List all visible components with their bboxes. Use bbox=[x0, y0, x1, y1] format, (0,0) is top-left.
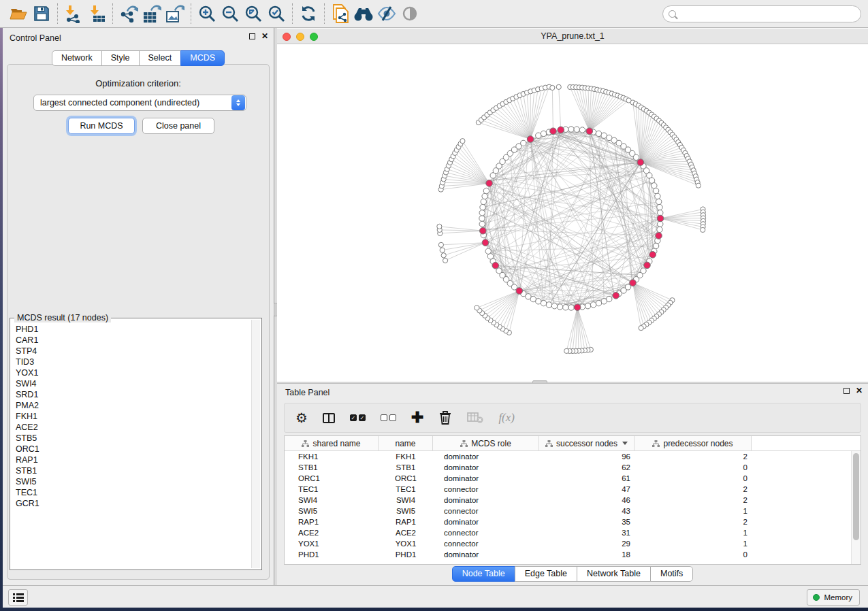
zoom-fit-icon[interactable] bbox=[242, 3, 265, 24]
mcds-result-item[interactable]: TID3 bbox=[16, 357, 261, 367]
zoom-out-icon[interactable] bbox=[219, 3, 242, 24]
network-leaf-node[interactable] bbox=[441, 253, 446, 258]
memory-button[interactable]: Memory bbox=[807, 589, 860, 606]
network-node[interactable] bbox=[546, 302, 551, 308]
tab-network[interactable]: Network bbox=[52, 50, 102, 66]
tab-mcds[interactable]: MCDS bbox=[180, 50, 225, 66]
table-row[interactable]: YOX1YOX1connector291 bbox=[285, 538, 851, 549]
network-node[interactable] bbox=[483, 188, 489, 193]
network-node[interactable] bbox=[480, 204, 485, 210]
network-node[interactable] bbox=[557, 304, 562, 310]
column-header-name[interactable]: name bbox=[379, 436, 433, 450]
table-row[interactable]: SWI4SWI4dominator462 bbox=[285, 495, 851, 506]
network-hub-node[interactable] bbox=[656, 233, 662, 240]
float-panel-icon[interactable] bbox=[249, 33, 255, 39]
network-node[interactable] bbox=[521, 140, 526, 146]
network-leaf-node[interactable] bbox=[475, 306, 479, 310]
hide-selected-icon[interactable] bbox=[375, 3, 398, 24]
network-node[interactable] bbox=[596, 300, 601, 306]
network-leaf-node[interactable] bbox=[639, 325, 643, 330]
tab-network-table[interactable]: Network Table bbox=[577, 566, 651, 582]
tab-select[interactable]: Select bbox=[139, 50, 182, 66]
mcds-result-item[interactable]: CAR1 bbox=[16, 335, 261, 346]
run-mcds-button[interactable]: Run MCDS bbox=[68, 118, 135, 134]
network-leaf-node[interactable] bbox=[564, 348, 569, 353]
table-row[interactable]: STB1STB1dominator620 bbox=[285, 462, 851, 473]
network-hub-node[interactable] bbox=[486, 180, 493, 187]
tab-edge-table[interactable]: Edge Table bbox=[515, 566, 577, 582]
mcds-result-item[interactable]: SRD1 bbox=[16, 389, 261, 400]
close-panel-icon[interactable]: ✕ bbox=[856, 388, 863, 394]
mcds-result-item[interactable]: RAP1 bbox=[16, 455, 261, 465]
network-node[interactable] bbox=[633, 154, 639, 160]
network-canvas[interactable] bbox=[277, 44, 868, 382]
add-column-icon[interactable]: ✚ bbox=[411, 408, 423, 427]
mcds-result-item[interactable]: STB5 bbox=[16, 433, 261, 444]
zoom-selected-icon[interactable] bbox=[265, 3, 288, 24]
table-scrollbar[interactable] bbox=[851, 451, 861, 564]
network-leaf-node[interactable] bbox=[438, 242, 443, 247]
export-network-icon[interactable] bbox=[117, 3, 140, 24]
table-settings-icon[interactable]: ⚙ bbox=[295, 408, 308, 427]
mcds-result-item[interactable]: SWI5 bbox=[16, 476, 261, 487]
network-hub-node[interactable] bbox=[527, 136, 534, 143]
find-icon[interactable] bbox=[352, 3, 375, 24]
mcds-list-scrollbar[interactable] bbox=[251, 320, 260, 568]
network-hub-node[interactable] bbox=[492, 262, 499, 269]
network-hub-node[interactable] bbox=[558, 127, 564, 133]
network-node[interactable] bbox=[653, 188, 658, 193]
table-row[interactable]: ORC1ORC1dominator610 bbox=[285, 473, 851, 484]
network-node[interactable] bbox=[541, 300, 546, 306]
network-hub-node[interactable] bbox=[516, 288, 523, 295]
network-node[interactable] bbox=[568, 305, 574, 310]
import-table-icon[interactable] bbox=[85, 3, 108, 24]
show-all-icon[interactable] bbox=[398, 3, 421, 24]
network-node[interactable] bbox=[485, 248, 491, 254]
network-node[interactable] bbox=[568, 127, 574, 132]
export-table-icon[interactable] bbox=[140, 3, 163, 24]
open-session-icon[interactable] bbox=[7, 3, 30, 24]
network-node[interactable] bbox=[579, 127, 585, 133]
network-hub-node[interactable] bbox=[657, 215, 664, 222]
import-network-icon[interactable] bbox=[62, 3, 85, 24]
search-input[interactable] bbox=[680, 10, 855, 19]
network-hub-node[interactable] bbox=[630, 280, 637, 286]
mcds-result-item[interactable]: YOX1 bbox=[16, 367, 261, 378]
tab-style[interactable]: Style bbox=[101, 50, 140, 66]
deselect-all-icon[interactable] bbox=[381, 408, 396, 427]
network-node[interactable] bbox=[551, 303, 557, 308]
network-leaf-node[interactable] bbox=[437, 224, 442, 229]
table-row[interactable]: TEC1TEC1connector472 bbox=[285, 484, 851, 495]
network-hub-node[interactable] bbox=[644, 262, 651, 269]
zoom-in-icon[interactable] bbox=[195, 3, 219, 24]
network-hub-node[interactable] bbox=[586, 128, 593, 135]
mcds-result-item[interactable]: SWI4 bbox=[16, 378, 261, 389]
delete-column-icon[interactable] bbox=[438, 408, 452, 427]
task-history-button[interactable] bbox=[8, 589, 28, 606]
network-node[interactable] bbox=[653, 243, 658, 248]
mcds-result-item[interactable]: GCR1 bbox=[16, 498, 261, 509]
mcds-result-item[interactable]: FKH1 bbox=[16, 411, 261, 422]
table-row[interactable]: SWI5SWI5connector431 bbox=[285, 506, 851, 516]
network-node[interactable] bbox=[482, 193, 487, 199]
column-header-shared-name[interactable]: shared name bbox=[285, 436, 379, 450]
network-hub-node[interactable] bbox=[482, 240, 489, 246]
close-panel-button[interactable]: Close panel bbox=[142, 118, 214, 134]
refresh-icon[interactable] bbox=[297, 3, 320, 24]
network-node[interactable] bbox=[563, 305, 568, 310]
mcds-result-item[interactable]: PHD1 bbox=[16, 324, 261, 335]
scrollbar-thumb[interactable] bbox=[853, 453, 859, 540]
clone-network-icon[interactable] bbox=[329, 3, 352, 24]
network-node[interactable] bbox=[585, 303, 590, 308]
show-columns-icon[interactable] bbox=[323, 408, 335, 427]
network-node[interactable] bbox=[601, 299, 607, 304]
network-node[interactable] bbox=[657, 227, 662, 232]
export-image-icon[interactable] bbox=[163, 3, 187, 24]
network-node[interactable] bbox=[479, 216, 485, 221]
network-hub-node[interactable] bbox=[550, 128, 557, 135]
network-node[interactable] bbox=[657, 204, 662, 210]
network-leaf-node[interactable] bbox=[460, 139, 465, 144]
table-row[interactable]: FKH1FKH1dominator962 bbox=[285, 451, 851, 462]
float-panel-icon[interactable] bbox=[843, 388, 850, 394]
network-node[interactable] bbox=[574, 127, 579, 132]
